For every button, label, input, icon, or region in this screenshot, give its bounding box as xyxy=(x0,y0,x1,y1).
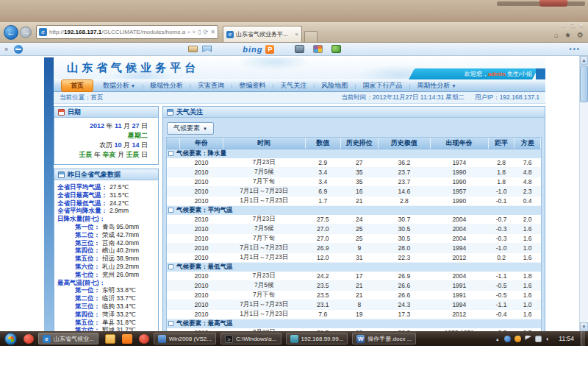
close-icon[interactable]: ✕ xyxy=(579,23,584,29)
url-text[interactable]: http://192.168.137.1/GLCCLIMATE/modules/… xyxy=(49,29,185,35)
group-row[interactable]: 气候要素：降水量 xyxy=(167,149,541,158)
table-row[interactable]: 20107月下旬3.43523.719901.84.8 xyxy=(167,177,541,186)
forward-button[interactable]: → xyxy=(20,26,32,38)
camera-icon[interactable] xyxy=(295,45,304,53)
ranking-section-title: 日降水量(前七)： xyxy=(57,215,156,223)
tab-close-icon[interactable]: × xyxy=(295,31,298,38)
station-value: 东明 33.8℃ xyxy=(102,286,135,294)
table-cell: 1994 xyxy=(430,300,488,309)
table-row[interactable]: 20107月1日～7月23日23.1824.31994-1.11.0 xyxy=(167,300,541,309)
table-cell: 7月23日 xyxy=(223,158,305,168)
home-icon[interactable]: ⌂ xyxy=(554,31,559,39)
rank-label: 第三位： xyxy=(57,239,100,247)
menu-item-数据分析[interactable]: 数据分析▼ xyxy=(96,81,142,91)
card-icon[interactable] xyxy=(188,46,198,52)
taskbar-button[interactable]: e山东省气候业... xyxy=(38,333,98,344)
table-cell: 27 xyxy=(340,158,378,168)
table-row[interactable]: 20107月5候27.02530.52004-0.31.6 xyxy=(167,224,541,233)
table-row[interactable]: 20107月1日～7月23日26.9928.01994-1.01.0 xyxy=(167,243,541,252)
taskbar-clock[interactable]: 11:54 xyxy=(559,335,574,342)
collapse-box-icon[interactable] xyxy=(168,264,173,269)
menu-item-灾害查询[interactable]: 灾害查询 xyxy=(191,81,231,91)
show-desktop-button[interactable] xyxy=(581,331,585,346)
table-row[interactable]: 20107月5候3.43523.719901.84.8 xyxy=(167,167,541,177)
back-button[interactable]: ← xyxy=(4,25,18,40)
table-row[interactable]: 20101月1日～7月23日7.61917.32012-0.41.6 xyxy=(167,309,541,319)
taskbar-button[interactable]: W操作手册.docx ... xyxy=(352,333,416,344)
menu-item-整编资料[interactable]: 整编资料 xyxy=(232,81,272,91)
table-row[interactable]: 20107月23日24.21726.92004-1.11.8 xyxy=(167,272,541,281)
pinned-app-icon[interactable] xyxy=(24,334,34,344)
column-header: 方差 xyxy=(514,138,541,149)
ranking-item: 第四位：菏泽 33.2℃ xyxy=(57,311,156,319)
menu-item-国家下行产品[interactable]: 国家下行产品 xyxy=(356,81,409,91)
collapse-box-icon[interactable] xyxy=(168,208,173,213)
table-row[interactable]: 20107月5候23.52126.61991-0.51.6 xyxy=(167,280,541,290)
table-cell: 3.4 xyxy=(305,177,340,186)
group-label-cell: 气候要素：降水量 xyxy=(167,149,541,158)
menu-item-周期性分析[interactable]: 周期性分析▼ xyxy=(411,81,463,91)
display-icon[interactable] xyxy=(535,336,542,342)
scroll-up-icon[interactable]: ▲ xyxy=(580,56,588,65)
explorer-icon[interactable] xyxy=(105,334,115,344)
toolbar-close-icon[interactable]: × xyxy=(4,46,8,53)
scrollbar-thumb[interactable] xyxy=(580,66,588,102)
table-cell: 1.8 xyxy=(514,272,541,281)
favorites-star-icon[interactable]: ★ xyxy=(564,31,571,39)
breadcrumb[interactable]: 当前位置：首页 xyxy=(60,93,104,102)
mail-icon[interactable] xyxy=(202,46,212,52)
start-button[interactable] xyxy=(4,333,17,345)
alert-icon[interactable] xyxy=(514,336,521,342)
network-icon[interactable] xyxy=(504,336,511,342)
menu-item-天气关注[interactable]: 天气关注 xyxy=(273,81,313,91)
maximize-icon[interactable]: ❐ xyxy=(570,23,575,29)
address-bar[interactable]: e http://192.168.137.1/GLCCLIMATE/module… xyxy=(36,25,218,39)
blocked-circle-icon[interactable] xyxy=(14,45,23,54)
group-row[interactable]: 气候要素：最高气温 xyxy=(167,319,541,328)
menu-item-风险地图[interactable]: 风险地图 xyxy=(315,81,354,91)
p-app-icon[interactable]: P xyxy=(265,45,274,54)
refresh-icon[interactable]: ⟳ xyxy=(204,29,209,35)
climate-element-button[interactable]: 气候要素▼ xyxy=(167,122,214,135)
volume-icon[interactable]: ◖ xyxy=(545,336,552,342)
color-app-icon[interactable] xyxy=(313,45,323,53)
minimize-icon[interactable]: — xyxy=(561,23,566,29)
toolbar-more-icon[interactable]: ••• xyxy=(570,46,581,53)
collapse-box-icon[interactable] xyxy=(168,151,173,156)
media-player-icon[interactable] xyxy=(139,334,149,344)
scroll-down-icon[interactable]: ▼ xyxy=(580,322,588,331)
table-row[interactable]: 20101月1日～7月23日12.03122.320120.21.6 xyxy=(167,252,541,262)
green-app-icon[interactable] xyxy=(331,45,341,53)
collapse-box-icon[interactable] xyxy=(168,321,173,326)
table-row[interactable]: 20107月1日～7月23日6.91614.61957-1.02.3 xyxy=(167,186,541,196)
stop-icon[interactable]: ✕ xyxy=(210,29,215,35)
table-row[interactable]: 20107月23日2.92736.219742.87.6 xyxy=(167,158,541,168)
settings-gear-icon[interactable]: ⚙ xyxy=(577,31,584,39)
ranking-item: 第四位：崂山 40.2mm xyxy=(57,247,156,255)
page: 山东省气候业务平台 欢迎您，admin 先生/小姐 首页数据分析▼|极端性分析|… xyxy=(44,57,545,331)
new-tab-button[interactable] xyxy=(304,31,318,42)
table-row[interactable]: 20107月23日27.52430.72004-0.72.0 xyxy=(167,215,541,224)
browser-tab[interactable]: e 山东省气候业务平... × xyxy=(223,26,302,42)
menu-item-极端性分析[interactable]: 极端性分析 xyxy=(143,81,190,91)
taskbar-button[interactable]: 192.168.59.99... xyxy=(286,333,348,344)
show-hidden-icons-icon[interactable]: ▴ xyxy=(494,336,501,342)
table-row[interactable]: 20101月1日～7月23日1.7212.81990-0.10.4 xyxy=(167,196,541,205)
compat-icon[interactable]: ▯ xyxy=(198,29,201,35)
search-icon[interactable]: ⌕ ˅ xyxy=(187,29,196,36)
group-row[interactable]: 气候要素：平均气温 xyxy=(167,205,541,215)
action-center-flag-icon[interactable] xyxy=(525,336,531,342)
table-cell: 7月5候 xyxy=(223,224,305,233)
orange-app-icon[interactable] xyxy=(122,334,132,344)
rank-label: 第二位： xyxy=(57,294,100,302)
table-cell: 1月1日～7月23日 xyxy=(223,196,305,205)
browser-scrollbar[interactable]: ▲ ▼ xyxy=(579,56,588,331)
menu-item-首页[interactable]: 首页 xyxy=(61,79,93,92)
table-row[interactable]: 20107月下旬27.02530.52004-0.31.6 xyxy=(167,233,541,243)
taskbar-button[interactable]: >C:\Windows\s... xyxy=(220,333,282,344)
bing-logo[interactable]: bing xyxy=(243,45,262,54)
taskbar-button[interactable]: Win2008 (VS2... xyxy=(154,333,216,344)
table-row[interactable]: 20107月下旬23.52126.61991-0.51.6 xyxy=(167,290,541,300)
group-row[interactable]: 气候要素：最低气温 xyxy=(167,262,541,272)
calendar-line: 2012 年 11 月 27 日 xyxy=(57,121,148,131)
